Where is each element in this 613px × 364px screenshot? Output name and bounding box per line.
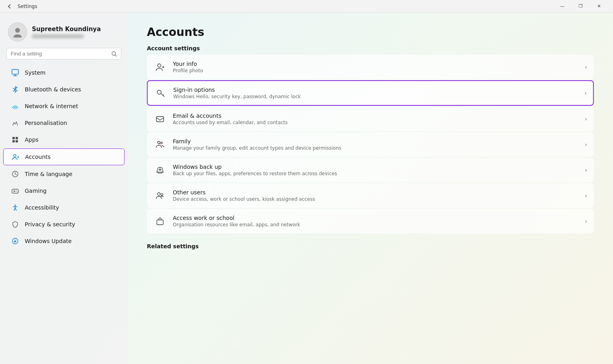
windowsupdate-icon <box>11 237 19 245</box>
sidebar-item-accounts-label: Accounts <box>25 154 51 160</box>
search-input[interactable] <box>11 51 108 57</box>
settings-item-email[interactable]: Email & accounts Accounts used by email,… <box>147 107 594 131</box>
main-content: Accounts Account settings Your info Prof… <box>128 13 613 364</box>
sidebar-item-apps[interactable]: Apps <box>3 132 125 148</box>
time-icon <box>11 170 19 178</box>
svg-rect-43 <box>157 220 163 225</box>
svg-point-34 <box>158 141 160 144</box>
sidebar-item-system[interactable]: System <box>3 65 125 81</box>
accounts-icon <box>12 153 20 161</box>
titlebar-title: Settings <box>18 4 553 9</box>
svg-point-39 <box>161 194 163 196</box>
accessibility-icon <box>11 204 19 212</box>
gaming-icon <box>11 187 19 195</box>
svg-rect-33 <box>156 117 164 122</box>
svg-line-31 <box>161 93 164 97</box>
settings-item-otherusers[interactable]: Other users Device access, work or schoo… <box>147 183 594 208</box>
family-title: Family <box>173 138 578 144</box>
chevron-icon-otherusers: › <box>585 192 587 199</box>
sidebar-item-time[interactable]: Time & language <box>3 166 125 182</box>
user-info: Supreeth Koundinya <box>32 26 101 38</box>
svg-point-30 <box>157 90 161 94</box>
your-info-text: Your info Profile photo <box>173 61 578 73</box>
sidebar-item-privacy[interactable]: Privacy & security <box>3 216 125 232</box>
other-users-icon <box>154 189 166 202</box>
signin-text: Sign-in options Windows Hello, security … <box>173 87 578 99</box>
signin-desc: Windows Hello, security key, password, d… <box>173 94 578 99</box>
settings-item-work[interactable]: Access work or school Organisation resou… <box>147 209 594 233</box>
sidebar-item-bluetooth[interactable]: Bluetooth & devices <box>3 81 125 97</box>
network-icon <box>11 102 19 110</box>
family-text: Family Manage your family group, edit ac… <box>173 138 578 151</box>
bluetooth-icon <box>11 85 19 93</box>
chevron-icon-email: › <box>585 116 587 122</box>
work-text: Access work or school Organisation resou… <box>173 215 578 228</box>
restore-button[interactable]: ❐ <box>571 0 590 13</box>
search-icon <box>111 51 117 57</box>
sidebar-item-windowsupdate[interactable]: Windows Update <box>3 233 125 249</box>
sidebar-item-time-label: Time & language <box>25 171 72 177</box>
work-icon <box>154 215 166 228</box>
svg-line-3 <box>115 55 117 56</box>
your-info-title: Your info <box>173 61 578 67</box>
svg-point-7 <box>15 109 16 109</box>
sidebar-item-windowsupdate-label: Windows Update <box>25 238 72 244</box>
svg-point-38 <box>158 193 160 196</box>
close-button[interactable]: ✕ <box>590 0 608 13</box>
family-icon <box>154 138 166 151</box>
other-users-desc: Device access, work or school users, kio… <box>173 196 578 202</box>
backup-text: Windows back up Back up your files, apps… <box>173 164 578 176</box>
sidebar-item-personalisation-label: Personalisation <box>25 120 67 126</box>
settings-list: Your info Profile photo › Sign-in option… <box>147 55 594 233</box>
app-container: Supreeth Koundinya System <box>0 13 613 364</box>
search-box[interactable] <box>6 48 121 59</box>
sidebar-item-accounts[interactable]: Accounts <box>3 148 125 165</box>
your-info-desc: Profile photo <box>173 68 578 73</box>
email-icon <box>154 113 166 125</box>
user-name: Supreeth Koundinya <box>32 26 101 33</box>
avatar <box>8 22 27 42</box>
settings-item-backup[interactable]: Windows back up Back up your files, apps… <box>147 158 594 182</box>
user-section: Supreeth Koundinya <box>0 19 128 48</box>
svg-line-25 <box>15 208 16 210</box>
sidebar-item-network-label: Network & internet <box>25 103 78 109</box>
back-button[interactable] <box>5 2 14 11</box>
svg-rect-4 <box>12 69 18 74</box>
minimize-button[interactable]: — <box>553 0 571 13</box>
titlebar: Settings — ❐ ✕ <box>0 0 613 13</box>
page-title: Accounts <box>147 26 594 39</box>
svg-rect-9 <box>16 137 18 139</box>
settings-item-your-info[interactable]: Your info Profile photo › <box>147 55 594 79</box>
chevron-icon-your-info: › <box>585 64 587 70</box>
svg-line-32 <box>163 95 164 95</box>
other-users-text: Other users Device access, work or schoo… <box>173 189 578 202</box>
related-title: Related settings <box>147 243 594 249</box>
svg-point-20 <box>17 191 18 192</box>
chevron-icon-backup: › <box>585 167 587 173</box>
sidebar-item-gaming[interactable]: Gaming <box>3 183 125 199</box>
svg-point-12 <box>14 154 16 157</box>
sidebar-item-accessibility-label: Accessibility <box>25 204 59 211</box>
system-icon <box>11 69 19 77</box>
email-desc: Accounts used by email, calendar, and co… <box>173 120 578 125</box>
settings-item-signin[interactable]: Sign-in options Windows Hello, security … <box>147 80 594 106</box>
sidebar-item-network[interactable]: Network & internet <box>3 98 125 114</box>
svg-point-0 <box>15 28 20 33</box>
backup-title: Windows back up <box>173 164 578 170</box>
user-info-icon <box>154 61 166 73</box>
backup-desc: Back up your files, apps, preferences to… <box>173 171 578 176</box>
backup-icon <box>154 164 166 176</box>
svg-rect-10 <box>12 140 15 142</box>
svg-point-27 <box>158 64 161 67</box>
email-text: Email & accounts Accounts used by email,… <box>173 113 578 125</box>
sidebar-item-accessibility[interactable]: Accessibility <box>3 200 125 216</box>
settings-item-family[interactable]: Family Manage your family group, edit ac… <box>147 132 594 157</box>
svg-point-1 <box>14 34 22 38</box>
sidebar-item-personalisation[interactable]: Personalisation <box>3 115 125 131</box>
other-users-title: Other users <box>173 189 578 196</box>
apps-icon <box>11 136 19 144</box>
personalisation-icon <box>11 119 19 127</box>
svg-rect-8 <box>12 137 15 139</box>
svg-point-19 <box>16 190 17 191</box>
email-title: Email & accounts <box>173 113 578 119</box>
